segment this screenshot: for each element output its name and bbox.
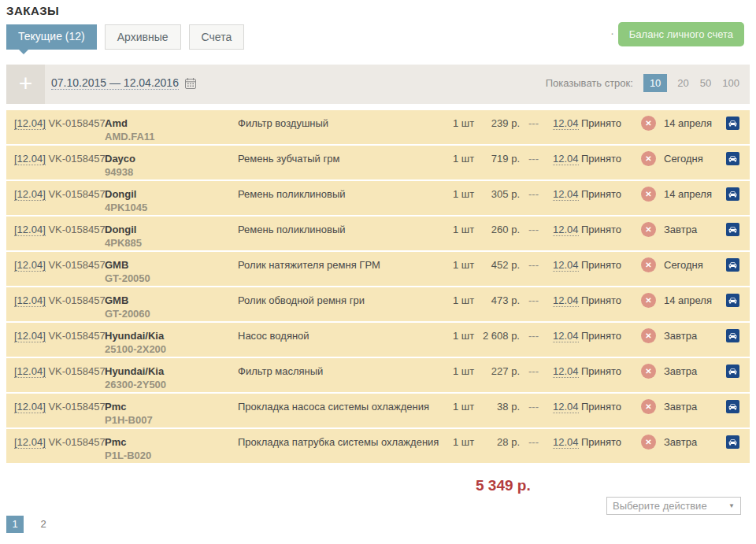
x-circle-icon[interactable]: ✕ <box>641 222 656 237</box>
ship-date-text[interactable]: 12.04 <box>553 330 579 342</box>
tab-invoices[interactable]: Счета <box>189 24 245 50</box>
ship-date-link[interactable]: 12.04 <box>553 294 579 306</box>
car-icon[interactable] <box>726 223 739 236</box>
order-date-link[interactable]: [12.04] <box>14 294 46 307</box>
x-circle-icon[interactable]: ✕ <box>641 399 656 414</box>
car-icon[interactable] <box>726 187 739 201</box>
ship-date-text[interactable]: 12.04 <box>553 436 579 449</box>
status-label: Принято <box>581 224 621 235</box>
x-circle-icon[interactable]: ✕ <box>641 328 656 343</box>
x-circle-icon[interactable]: ✕ <box>641 257 656 272</box>
rows-option-10[interactable]: 10 <box>643 74 667 92</box>
order-date-link[interactable]: [12.04] <box>14 224 46 236</box>
ship-date-link[interactable]: 12.04 <box>553 188 579 200</box>
part-number: AMD.FA11 <box>105 131 155 142</box>
car-icon[interactable] <box>726 152 739 165</box>
order-date-link[interactable]: [12.04] <box>14 153 46 165</box>
car-icon[interactable] <box>726 117 739 130</box>
order-reference: [12.04] VK-0158457 <box>14 365 106 377</box>
pagination: 1 2 <box>6 516 52 533</box>
x-circle-icon[interactable]: ✕ <box>641 187 656 202</box>
part-number: P1L-B020 <box>105 450 151 461</box>
page-1-button[interactable]: 1 <box>6 516 24 533</box>
order-reference: [12.04] VK-0158457 <box>14 401 106 413</box>
action-select[interactable]: Выберите действие ▼ <box>606 497 741 515</box>
dash-placeholder: --- <box>528 188 539 200</box>
ship-date-link[interactable]: 12.04 <box>553 401 579 413</box>
order-number: VK-0158457 <box>48 117 105 129</box>
x-circle-icon[interactable]: ✕ <box>641 151 656 166</box>
order-date-link[interactable]: [12.04] <box>14 365 46 378</box>
date-range-link[interactable]: 07.10.2015 — 12.04.2016 <box>51 76 179 90</box>
dash-placeholder: --- <box>528 224 539 235</box>
rows-option-20[interactable]: 20 <box>677 77 688 89</box>
orders-total: 5 349 р. <box>476 477 531 494</box>
ship-date-link[interactable]: 12.04 <box>553 117 579 129</box>
action-select-value: Выберите действие <box>613 500 707 512</box>
car-icon[interactable] <box>726 365 739 378</box>
ship-date-text[interactable]: 12.04 <box>553 153 579 165</box>
order-number: VK-0158457 <box>48 330 105 342</box>
ship-date-link[interactable]: 12.04 <box>553 436 579 448</box>
ship-date-link[interactable]: 12.04 <box>553 330 579 342</box>
tabs-bar: Текущие (12) Архивные Счета <box>6 24 244 50</box>
ship-date-text[interactable]: 12.04 <box>553 294 579 307</box>
ship-date-link[interactable]: 12.04 <box>553 153 579 165</box>
ship-date-text[interactable]: 12.04 <box>553 259 579 272</box>
order-reference: [12.04] VK-0158457 <box>14 436 106 448</box>
dash-placeholder: --- <box>528 401 539 413</box>
orders-page: ЗАКАЗЫ Текущие (12) Архивные Счета · Бал… <box>0 0 756 544</box>
x-circle-icon[interactable]: ✕ <box>641 116 656 131</box>
table-toolbar: + 07.10.2015 — 12.04.2016 <box>6 65 750 104</box>
order-reference: [12.04] VK-0158457 <box>14 294 106 306</box>
order-date-link[interactable]: [12.04] <box>14 117 46 130</box>
x-circle-icon[interactable]: ✕ <box>641 364 656 379</box>
page-2-button[interactable]: 2 <box>35 516 52 533</box>
ship-date-text[interactable]: 12.04 <box>553 188 579 201</box>
car-icon[interactable] <box>726 435 739 449</box>
tab-current-orders[interactable]: Текущие (12) <box>6 24 97 50</box>
order-reference: [12.04] VK-0158457 <box>14 259 106 271</box>
table-row: [12.04] VK-0158457 Hyundai/Kia 26300-2Y5… <box>6 358 750 392</box>
rows-per-page-label: Показывать строк: <box>546 77 633 89</box>
ship-date-text[interactable]: 12.04 <box>553 117 579 130</box>
delivery-date: Сегодня <box>664 153 703 165</box>
ship-date-link[interactable]: 12.04 <box>553 259 579 271</box>
add-order-button[interactable]: + <box>6 65 45 104</box>
order-date-link[interactable]: [12.04] <box>14 330 46 342</box>
x-circle-icon[interactable]: ✕ <box>641 435 656 450</box>
rows-option-100[interactable]: 100 <box>722 77 739 89</box>
part-number: GT-20050 <box>105 272 150 284</box>
ship-date-text[interactable]: 12.04 <box>553 224 579 236</box>
x-circle-icon[interactable]: ✕ <box>641 293 656 308</box>
order-number: VK-0158457 <box>48 259 105 271</box>
order-date-link[interactable]: [12.04] <box>14 188 46 201</box>
ship-date-link[interactable]: 12.04 <box>553 224 579 235</box>
car-icon[interactable] <box>726 258 739 272</box>
price: 28 р. <box>463 436 520 448</box>
car-icon[interactable] <box>726 329 739 342</box>
part-description: Насос водяной <box>238 330 309 342</box>
table-row: [12.04] VK-0158457 GMB GT-20050 Ролик на… <box>6 252 750 286</box>
date-range-control: 07.10.2015 — 12.04.2016 <box>51 76 197 90</box>
part-number: 4PK1045 <box>105 202 147 213</box>
rows-option-50[interactable]: 50 <box>700 77 711 89</box>
ship-date-text[interactable]: 12.04 <box>553 365 579 378</box>
tab-archive-orders[interactable]: Архивные <box>105 24 181 50</box>
brand-name: GMB <box>105 294 128 306</box>
personal-balance-button[interactable]: Баланс личного счета <box>618 22 744 46</box>
order-number: VK-0158457 <box>48 436 105 448</box>
car-icon[interactable] <box>726 400 739 413</box>
order-date-link[interactable]: [12.04] <box>14 401 46 413</box>
car-icon[interactable] <box>726 294 739 307</box>
order-date-link[interactable]: [12.04] <box>14 259 46 272</box>
brand-name: Dongil <box>105 224 136 235</box>
part-description: Ролик натяжителя ремня ГРМ <box>238 259 380 271</box>
calendar-icon[interactable] <box>184 77 197 90</box>
status-label: Принято <box>581 259 621 271</box>
part-description: Фильтр масляный <box>238 365 323 377</box>
ship-date-text[interactable]: 12.04 <box>553 401 579 413</box>
ship-date-link[interactable]: 12.04 <box>553 365 579 377</box>
order-date-link[interactable]: [12.04] <box>14 436 46 449</box>
page-title: ЗАКАЗЫ <box>6 4 59 17</box>
